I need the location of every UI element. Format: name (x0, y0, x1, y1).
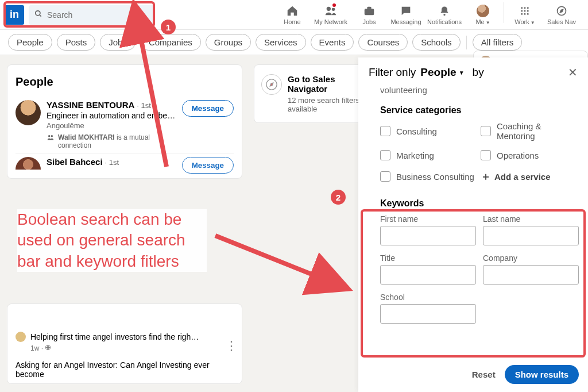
svg-point-17 (51, 135, 53, 137)
pill-schools[interactable]: Schools (412, 34, 460, 51)
compass-icon (261, 74, 282, 95)
title-input[interactable] (380, 265, 476, 285)
svg-point-10 (524, 10, 526, 11)
pill-jobs[interactable]: Jobs (100, 34, 136, 51)
nav-sales-nav[interactable]: Sales Nav (543, 2, 580, 28)
person-name[interactable]: Sibel Bahceci (47, 157, 103, 167)
svg-line-21 (215, 236, 345, 287)
service-grid: Consulting Coaching & Mentoring Marketin… (380, 121, 579, 183)
panel-footer: Reset Show results (358, 359, 588, 392)
pill-events[interactable]: Events (311, 34, 354, 51)
svg-point-13 (524, 13, 526, 14)
post-text: Asking for an Angel Investor: Can Angel … (16, 360, 234, 379)
card-title: Go to Sales Navigator (288, 74, 361, 94)
nav-home[interactable]: Home (274, 2, 311, 28)
annotation-badge-2: 2 (331, 190, 346, 205)
sales-nav-card[interactable]: Go to Sales Navigator 12 more search fil… (254, 64, 369, 123)
kw-company: Company (483, 253, 579, 285)
volunteering-text: volunteering (380, 85, 579, 95)
keywords-heading: Keywords (380, 198, 579, 209)
reset-button[interactable]: Reset (472, 370, 496, 379)
person-degree: · 1st (137, 101, 151, 110)
svg-point-12 (521, 13, 523, 14)
svg-point-5 (443, 14, 445, 16)
nav-messaging[interactable]: Messaging (388, 2, 424, 28)
svg-point-7 (524, 7, 526, 9)
search-icon (34, 10, 42, 20)
chk-consulting[interactable]: Consulting (380, 121, 478, 141)
svg-point-6 (521, 7, 523, 9)
annotation-caption: Boolean search can be used on general se… (17, 209, 207, 272)
nav-separator (504, 2, 504, 23)
mutual-connection: Walid MOKHTARI is a mutual connection (47, 133, 176, 149)
post-age: 1w · (30, 344, 45, 352)
show-results-button[interactable]: Show results (505, 365, 579, 384)
school-input[interactable] (380, 304, 476, 324)
pill-posts[interactable]: Posts (57, 34, 96, 51)
svg-point-8 (527, 7, 529, 9)
svg-rect-4 (365, 9, 374, 15)
person-info: Sibel Bahceci · 1st (47, 157, 176, 174)
first-name-input[interactable] (380, 226, 476, 245)
nav-work[interactable]: Work▼ (506, 2, 543, 28)
people-results-card: People YASSINE BENTOURA · 1st Engineer i… (7, 64, 242, 179)
entity-dropdown[interactable]: People ▼ (420, 66, 464, 79)
post-tagline: Helping first time angel investors find … (30, 332, 199, 341)
avatar[interactable] (16, 157, 41, 170)
pill-services[interactable]: Services (256, 34, 306, 51)
plus-icon: ＋ (481, 170, 491, 183)
pill-companies[interactable]: Companies (140, 34, 201, 51)
person-row[interactable]: YASSINE BENTOURA · 1st Engineer in autom… (16, 97, 234, 153)
kw-school: School (380, 293, 476, 324)
nav-notifications[interactable]: Notifications (424, 2, 465, 28)
person-location: Angoulême (47, 121, 176, 130)
nav-network[interactable]: My Network (311, 2, 351, 28)
person-info: YASSINE BENTOURA · 1st Engineer in autom… (47, 100, 176, 149)
close-icon[interactable]: ✕ (568, 66, 578, 79)
kw-title: Title (380, 253, 476, 285)
svg-point-2 (327, 6, 331, 10)
panel-prefix: Filter only (369, 66, 416, 79)
chk-marketing[interactable]: Marketing (380, 150, 478, 160)
panel-body: volunteering Service categories Consulti… (358, 85, 588, 359)
svg-point-9 (521, 10, 523, 11)
kw-first-name: First name (380, 214, 476, 245)
last-name-input[interactable] (483, 226, 579, 245)
card-menu-icon[interactable]: ⋮ (225, 344, 238, 348)
person-row[interactable]: Sibel Bahceci · 1st Message (16, 153, 234, 174)
nav-jobs[interactable]: Jobs (351, 2, 388, 28)
message-button[interactable]: Message (182, 157, 234, 174)
pill-separator (466, 36, 467, 49)
chk-business-consulting[interactable]: Business Consulting (380, 170, 478, 183)
person-headline: Engineer in automation and embedd… (47, 111, 176, 120)
chk-operations[interactable]: Operations (481, 150, 579, 160)
keywords-grid: First name Last name Title Company Schoo… (380, 214, 579, 324)
panel-by: by (473, 66, 484, 79)
global-search[interactable] (29, 5, 155, 25)
grid-icon (519, 5, 531, 17)
panel-header: Filter only People ▼ by ✕ (358, 57, 588, 85)
svg-point-3 (332, 7, 335, 11)
avatar[interactable] (16, 100, 41, 125)
annotation-badge-1: 1 (161, 20, 176, 34)
company-input[interactable] (483, 265, 579, 285)
bell-icon (438, 5, 451, 17)
add-service-button[interactable]: ＋ Add a service (481, 170, 579, 183)
annotation-arrow-2 (212, 224, 362, 293)
person-name[interactable]: YASSINE BENTOURA (47, 100, 134, 110)
pill-courses[interactable]: Courses (358, 34, 408, 51)
post-card: Helping first time angel investors find … (7, 303, 242, 384)
chk-coaching[interactable]: Coaching & Mentoring (481, 121, 579, 141)
nav-me[interactable]: Me▼ (465, 2, 501, 28)
pill-groups[interactable]: Groups (206, 34, 251, 51)
pill-people[interactable]: People (8, 34, 52, 51)
service-categories-heading: Service categories (380, 105, 579, 116)
search-input[interactable] (47, 10, 149, 20)
people-icon (47, 133, 55, 143)
message-button[interactable]: Message (182, 100, 234, 117)
network-badge (331, 2, 337, 8)
kw-last-name: Last name (483, 214, 579, 245)
linkedin-logo[interactable]: in (5, 5, 24, 25)
jobs-icon (363, 5, 376, 17)
pill-all-filters[interactable]: All filters (473, 34, 523, 51)
